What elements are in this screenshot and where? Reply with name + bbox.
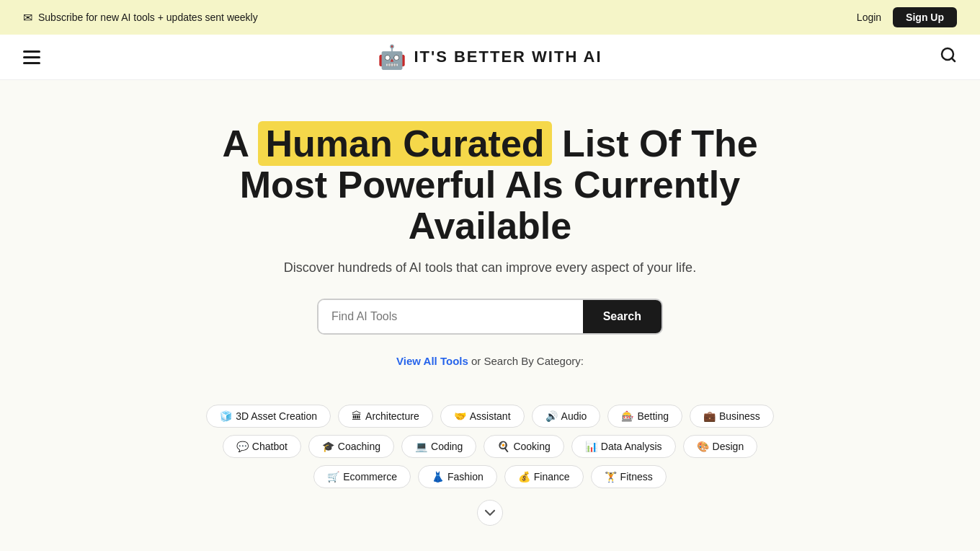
banner-text: Subscribe for new AI tools + updates sen… [38, 12, 258, 23]
category-pill-coaching[interactable]: 🎓Coaching [308, 435, 394, 458]
category-pill-ecommerce[interactable]: 🛒Ecommerce [313, 465, 411, 488]
category-pill-finance[interactable]: 💰Finance [504, 465, 584, 488]
category-pill-betting[interactable]: 🎰Betting [607, 405, 682, 428]
hamburger-line-2 [23, 56, 40, 58]
category-pill-data-analysis[interactable]: 📊Data Analysis [571, 435, 676, 458]
category-pill-design[interactable]: 🎨Design [683, 435, 758, 458]
login-button[interactable]: Login [857, 12, 881, 23]
hero-title: A Human Curated List Of The Most Powerfu… [180, 123, 800, 247]
categories-container: 🧊3D Asset Creation🏛Architecture🤝Assistan… [166, 405, 814, 488]
cat-label: Chatbot [252, 441, 288, 452]
hero-section: A Human Curated List Of The Most Powerfu… [166, 80, 814, 405]
category-pill-fashion[interactable]: 👗Fashion [418, 465, 497, 488]
cat-icon: 📊 [585, 441, 597, 452]
cat-label: Business [719, 410, 760, 422]
cat-icon: 🏛 [352, 410, 362, 422]
site-logo[interactable]: 🤖 It's Better With AI [378, 43, 602, 71]
view-all-separator: or Search By Category: [471, 355, 584, 367]
cat-label: Assistant [470, 410, 511, 422]
category-pill-fitness[interactable]: 🏋Fitness [591, 465, 667, 488]
cat-icon: 🎰 [621, 410, 633, 422]
chevron-down-icon [484, 506, 496, 519]
category-pill-business[interactable]: 💼Business [690, 405, 774, 428]
view-all-row: View All Tools or Search By Category: [180, 355, 800, 367]
cat-icon: 💻 [415, 441, 427, 452]
cat-icon: 🍳 [497, 441, 509, 452]
search-input[interactable] [318, 300, 583, 333]
cat-icon: 🏋 [605, 471, 617, 482]
hero-subtitle: Discover hundreds of AI tools that can i… [180, 260, 800, 276]
svg-line-1 [952, 58, 955, 61]
cat-icon: 🎓 [322, 441, 334, 452]
cat-label: Coding [431, 441, 463, 452]
expand-row [0, 500, 980, 526]
expand-categories-button[interactable] [477, 500, 503, 526]
site-header: 🤖 It's Better With AI [0, 35, 980, 80]
cat-icon: 👗 [432, 471, 444, 482]
hamburger-menu[interactable] [23, 50, 40, 64]
category-pill-chatbot[interactable]: 💬Chatbot [223, 435, 301, 458]
cat-label: Audio [561, 410, 587, 422]
cat-icon: 💼 [703, 410, 716, 422]
search-button[interactable]: Search [583, 300, 662, 333]
category-pill-audio[interactable]: 🔊Audio [532, 405, 601, 428]
view-all-tools-link[interactable]: View All Tools [396, 355, 468, 367]
cat-icon: 🧊 [220, 410, 232, 422]
cat-label: Finance [534, 471, 570, 482]
cat-label: Design [713, 441, 744, 452]
cat-icon: 🎨 [697, 441, 709, 452]
search-bar: Search [317, 299, 663, 335]
cat-label: Fitness [620, 471, 653, 482]
hero-prefix: A [222, 123, 248, 164]
cat-icon: 🛒 [327, 471, 339, 482]
cat-label: 3D Asset Creation [236, 410, 317, 422]
category-pill-coding[interactable]: 💻Coding [401, 435, 476, 458]
top-banner: ✉ Subscribe for new AI tools + updates s… [0, 0, 980, 35]
cat-label: Betting [637, 410, 669, 422]
search-container: Search [180, 299, 800, 335]
cat-label: Ecommerce [343, 471, 397, 482]
hamburger-line-1 [23, 50, 40, 53]
cat-icon: 🔊 [545, 410, 558, 422]
hamburger-line-3 [23, 62, 40, 64]
cat-label: Data Analysis [601, 441, 662, 452]
cat-label: Coaching [338, 441, 380, 452]
email-icon: ✉ [23, 11, 32, 25]
logo-emoji: 🤖 [378, 43, 406, 71]
cat-icon: 💬 [236, 441, 249, 452]
category-pill-architecture[interactable]: 🏛Architecture [338, 405, 433, 428]
cat-label: Fashion [447, 471, 484, 482]
category-pill-3d-asset-creation[interactable]: 🧊3D Asset Creation [206, 405, 331, 428]
cat-label: Architecture [365, 410, 419, 422]
header-search-button[interactable] [940, 46, 957, 68]
search-icon [940, 46, 957, 63]
category-pill-assistant[interactable]: 🤝Assistant [440, 405, 525, 428]
banner-left: ✉ Subscribe for new AI tools + updates s… [23, 11, 258, 25]
hero-highlight: Human Curated [258, 121, 551, 166]
cat-icon: 🤝 [454, 410, 466, 422]
cat-icon: 💰 [518, 471, 530, 482]
banner-right: Login Sign Up [857, 7, 957, 27]
cat-label: Cooking [513, 441, 550, 452]
category-pill-cooking[interactable]: 🍳Cooking [484, 435, 564, 458]
logo-text: It's Better With AI [414, 48, 602, 66]
signup-button[interactable]: Sign Up [893, 7, 957, 27]
